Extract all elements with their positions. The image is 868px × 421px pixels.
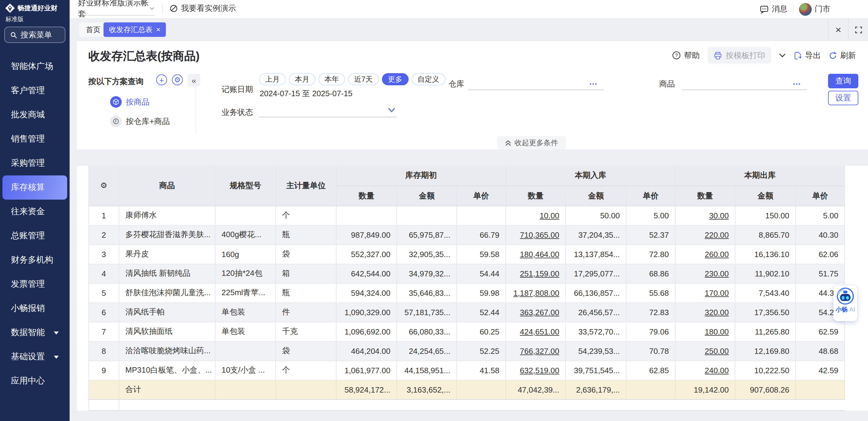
summary-table: ⚙商品规格型号主计量单位库存期初本期入库本期出库数量金额单价数量金额单价数量金额… <box>88 166 845 411</box>
ai-assistant-button[interactable]: 小畅 AI <box>834 286 857 321</box>
demo-link[interactable]: 我要看实例演示 <box>169 3 236 14</box>
cell-product: 清风抽纸 新韧纯品 <box>119 264 215 283</box>
scheme-item-按商品[interactable]: 按商品 <box>110 96 150 108</box>
cell-in_price: 5.00 <box>626 206 675 225</box>
account-selector[interactable]: 好业财标准版演示帐套 <box>78 2 154 16</box>
column-settings-button[interactable]: ⚙ <box>89 166 119 206</box>
drill-link-out_qty[interactable]: 30.00 <box>709 211 729 220</box>
sidebar-item-往来资金[interactable]: 往来资金 <box>2 200 67 224</box>
tab-home[interactable]: 首页 <box>79 22 107 37</box>
drill-link-in_qty[interactable]: 10.00 <box>539 211 559 220</box>
cell-out_amt: 16,136.10 <box>735 245 796 264</box>
cell-open_price: 41.58 <box>457 360 506 380</box>
date-chip-本月[interactable]: 本月 <box>289 73 315 85</box>
drill-link-out_qty[interactable]: 180.00 <box>705 327 729 336</box>
refresh-button[interactable]: 刷新 <box>829 50 856 61</box>
sidebar-item-库存核算[interactable]: 库存核算 <box>2 175 67 200</box>
drill-link-in_qty[interactable]: 632,519.00 <box>520 366 559 375</box>
scheme-settings-button[interactable]: ⚙ <box>172 74 183 85</box>
cell-out_qty: 240.00 <box>675 360 735 380</box>
sidebar-menu: 智能体广场客户管理批发商城销售管理采购管理库存核算往来资金总账管理财务多机构发票… <box>2 55 67 393</box>
sub-header-本期入库-数量: 数量 <box>506 186 566 206</box>
sidebar-item-总账管理[interactable]: 总账管理 <box>2 224 67 248</box>
scheme-item-按仓库+商品[interactable]: 按仓库+商品 <box>110 116 170 127</box>
drill-link-out_qty[interactable]: 230.00 <box>705 269 729 278</box>
messages-button[interactable]: 消息 <box>760 4 787 14</box>
avatar <box>799 3 812 15</box>
date-range-value[interactable]: 2024-07-15 至 2025-07-15 <box>260 88 352 99</box>
close-page-button[interactable]: × <box>828 18 848 41</box>
cell-in_qty: 363,267.00 <box>506 302 566 322</box>
drill-link-in_qty[interactable]: 180,464.00 <box>520 250 559 259</box>
drill-link-out_qty[interactable]: 170.00 <box>705 288 729 297</box>
sidebar-item-客户管理[interactable]: 客户管理 <box>2 78 67 103</box>
export-icon <box>794 51 802 60</box>
sidebar-item-发票管理[interactable]: 发票管理 <box>2 272 67 296</box>
date-chip-本年[interactable]: 本年 <box>318 73 345 85</box>
product-picker-button[interactable]: … <box>792 77 801 87</box>
cell-open_price: 52.44 <box>457 302 506 322</box>
date-chip-自定义[interactable]: 自定义 <box>411 73 445 85</box>
cell-open_amt: 66,080,33... <box>397 322 457 341</box>
sidebar-item-销售管理[interactable]: 销售管理 <box>2 127 67 151</box>
demo-link-label: 我要看实例演示 <box>181 3 236 14</box>
cell-no: 2 <box>89 225 119 245</box>
empty-cell <box>675 399 735 410</box>
menu-search-box[interactable] <box>4 27 65 43</box>
collapse-more-filters-button[interactable]: 收起更多条件 <box>497 136 566 150</box>
drill-link-out_qty[interactable]: 220.00 <box>705 230 729 239</box>
clock-icon <box>110 116 122 127</box>
help-button[interactable]: ? 帮助 <box>672 50 700 61</box>
cell-product: 舒肤佳泡沫抑菌儿童洗... <box>119 283 215 302</box>
demo-icon <box>169 4 178 13</box>
sidebar-item-批发商城[interactable]: 批发商城 <box>2 103 67 127</box>
tab-summary-report[interactable]: 收发存汇总表 × <box>103 22 166 37</box>
user-menu[interactable]: 门市 <box>799 3 831 15</box>
drill-link-out_qty[interactable]: 260.00 <box>705 250 729 259</box>
drill-link-in_qty[interactable]: 710,365.00 <box>520 230 559 239</box>
drill-link-out_qty[interactable]: 240.00 <box>705 366 729 375</box>
drill-link-in_qty[interactable]: 424,651.00 <box>520 327 559 336</box>
export-label: 导出 <box>805 50 821 61</box>
add-scheme-button[interactable]: + <box>156 74 167 85</box>
cell-spec: 单包装 <box>215 302 276 322</box>
business-status-select[interactable] <box>259 106 397 117</box>
scheme-panel-title: 按以下方案查询 <box>88 76 144 87</box>
sidebar-item-基础设置[interactable]: 基础设置 <box>2 345 67 369</box>
total-cell-spec <box>215 380 276 399</box>
total-row: 合计58,924,172...3,163,652,...47,042,39...… <box>89 380 845 399</box>
fullscreen-button[interactable] <box>848 18 868 41</box>
print-by-template-button[interactable]: 按模板打印 <box>708 47 771 64</box>
drill-link-in_qty[interactable]: 251,159.00 <box>520 269 559 278</box>
sidebar-item-小畅报销[interactable]: 小畅报销 <box>2 296 67 321</box>
empty-cell <box>506 399 566 410</box>
drill-link-in_qty[interactable]: 1,187,808.00 <box>513 288 559 297</box>
warehouse-field[interactable] <box>468 78 603 90</box>
drill-link-in_qty[interactable]: 363,267.00 <box>520 307 559 317</box>
tab-close-icon[interactable]: × <box>156 26 160 33</box>
header-actions: ? 帮助 按模板打印 <box>672 47 856 64</box>
date-chip-上月[interactable]: 上月 <box>259 73 286 85</box>
cell-no: 4 <box>89 264 119 283</box>
query-button[interactable]: 查询 <box>828 74 858 88</box>
menu-search-input[interactable] <box>21 30 59 39</box>
export-button[interactable]: 导出 <box>794 50 821 61</box>
table-row: 3果丹皮160g袋552,327.0032,905,35...59.58180,… <box>89 245 845 264</box>
drill-link-out_qty[interactable]: 320.00 <box>705 307 729 317</box>
sub-header-库存期初-单价: 单价 <box>457 186 506 206</box>
warehouse-picker-button[interactable]: … <box>589 77 598 87</box>
drill-link-in_qty[interactable]: 766,327.00 <box>520 346 559 355</box>
sidebar-item-财务多机构[interactable]: 财务多机构 <box>2 248 67 272</box>
settings-button[interactable]: 设置 <box>828 91 858 105</box>
sidebar-item-智能体广场[interactable]: 智能体广场 <box>2 55 67 78</box>
sidebar-item-采购管理[interactable]: 采购管理 <box>2 151 67 175</box>
cell-open_qty: 464,204.00 <box>336 341 397 360</box>
sidebar-item-数据智能[interactable]: 数据智能 <box>2 321 67 345</box>
date-chip-近7天[interactable]: 近7天 <box>348 73 379 85</box>
sidebar-item-应用中心[interactable]: 应用中心 <box>2 369 67 393</box>
drill-link-out_qty[interactable]: 250.00 <box>705 346 729 355</box>
collapse-scheme-panel-button[interactable]: « <box>188 74 200 87</box>
product-field[interactable] <box>682 78 807 90</box>
print-options-button[interactable] <box>779 53 786 58</box>
date-chip-更多[interactable]: 更多 <box>382 73 408 85</box>
